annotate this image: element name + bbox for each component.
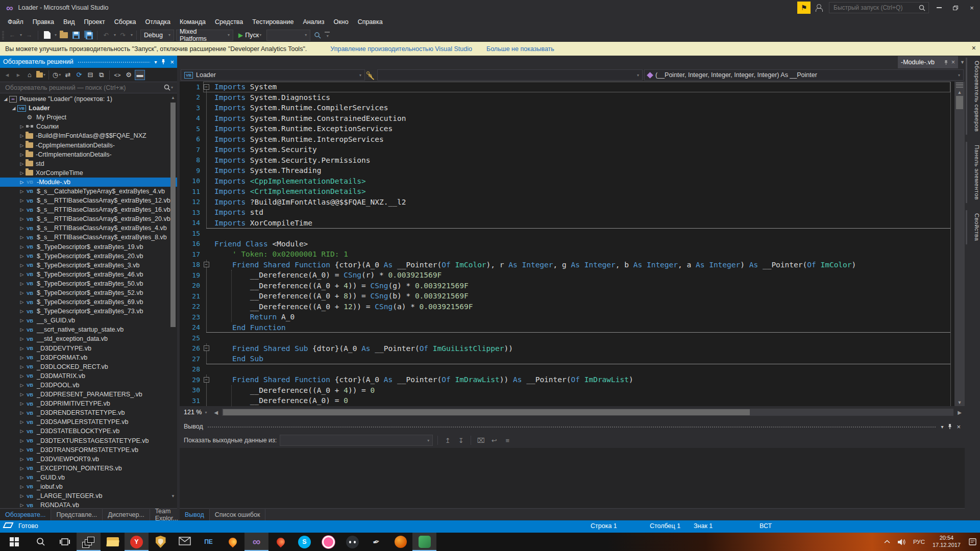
expanded-arrow-icon[interactable]: ◢ [10, 106, 17, 111]
taskbar-clock[interactable]: 20:54 17.12.2017 [928, 533, 965, 551]
tree-item[interactable]: ▷Ссылки [0, 122, 177, 131]
tree-item[interactable]: ▷VB_iobuf.vb [0, 482, 177, 491]
side-tool-tab[interactable]: Обозреватель серверов [966, 58, 980, 135]
scroll-down-icon[interactable]: ▼ [958, 399, 962, 406]
quick-launch-box[interactable] [829, 2, 929, 13]
collapsed-arrow-icon[interactable]: ▷ [18, 401, 26, 406]
tree-item[interactable]: ▷std [0, 159, 177, 168]
menu-item[interactable]: Справка [353, 16, 387, 28]
goto-next-message-icon[interactable]: ↧ [456, 435, 466, 445]
show-all-files-icon[interactable]: ⧉ [96, 70, 107, 80]
code-line[interactable]: 5Imports System.Runtime.ExceptionService… [180, 123, 965, 134]
word-wrap-icon[interactable]: ↩ [489, 435, 499, 445]
open-file-icon[interactable] [59, 30, 69, 41]
skype-taskbar-icon[interactable]: S [292, 533, 316, 551]
osu-taskbar-icon[interactable] [316, 533, 340, 551]
tree-item[interactable]: ▷VB$_TypeDescriptor$_extraBytes_19.vb [0, 242, 177, 252]
collapsed-arrow-icon[interactable]: ▷ [18, 429, 26, 434]
collapsed-arrow-icon[interactable]: ▷ [18, 309, 26, 314]
action-center-button[interactable] [965, 533, 980, 551]
view-code-icon[interactable]: <> [112, 70, 122, 80]
scroll-right-icon[interactable]: ▶ [955, 410, 964, 415]
tree-item[interactable]: ▷VB_D3DRENDERSTATETYPE.vb [0, 408, 177, 417]
document-tab[interactable]: -Module-.vb × [898, 56, 958, 68]
tree-item[interactable]: ▷-CrtImplementationDetails- [0, 150, 177, 159]
window-position-icon[interactable]: ▾ [941, 424, 943, 430]
code-line[interactable]: 20 __Dereference((A_0 + 4)) = CSng(g) * … [180, 281, 965, 291]
collapsed-arrow-icon[interactable]: ▷ [18, 419, 26, 424]
menu-item[interactable]: Сборка [110, 16, 141, 28]
tree-item[interactable]: ▷VB_GUID.vb [0, 473, 177, 482]
menu-item[interactable]: Проект [80, 16, 110, 28]
switch-views-icon[interactable]: ▾ [36, 70, 46, 80]
tree-item[interactable]: ▷VB_D3DFORMAT.vb [0, 353, 177, 362]
toolbar-grip[interactable] [2, 31, 4, 39]
stacked-windows-app-taskbar-icon[interactable] [77, 533, 101, 551]
tree-item[interactable]: ▷VB$_TypeDescriptor$_extraBytes_69.vb [0, 297, 177, 307]
back-icon[interactable]: ◂ [2, 70, 12, 80]
code-line[interactable]: 7Imports System.Security [180, 144, 965, 155]
code-line[interactable]: 15 [180, 228, 965, 239]
collapsed-arrow-icon[interactable]: ▷ [18, 503, 26, 508]
tree-item[interactable]: ▷VB$_TypeDescriptor$_extraBytes_52.vb [0, 288, 177, 297]
tree-item[interactable]: ▷VB_D3DDEVTYPE.vb [0, 344, 177, 353]
save-all-icon[interactable] [83, 30, 93, 41]
menu-item[interactable]: Файл [3, 16, 28, 28]
tree-item[interactable]: ▷VB$_TypeDescriptor$_extraBytes_73.vb [0, 307, 177, 316]
tree-item[interactable]: ▷VB_D3DMATRIX.vb [0, 371, 177, 381]
code-line[interactable]: 31 __Dereference(A_0) = 0 [180, 395, 965, 406]
collapsed-arrow-icon[interactable]: ▷ [18, 235, 26, 240]
fox-app-taskbar-icon[interactable] [388, 533, 412, 551]
code-line[interactable]: 14Imports XorCompileTime [180, 218, 965, 229]
zoom-dropdown[interactable]: 121 %▾ [181, 407, 210, 417]
collapsed-arrow-icon[interactable]: ▷ [18, 457, 26, 462]
code-line[interactable]: 30 __Dereference((A_0 + 4)) = 0 [180, 385, 965, 396]
collapsed-arrow-icon[interactable]: ▷ [18, 373, 26, 379]
tree-item[interactable]: ▷VB_D3DPRESENT_PARAMETERS_.vb [0, 390, 177, 399]
code-line[interactable]: 27 End Sub [180, 354, 965, 364]
tree-item[interactable]: ▷VB$_s__RTTIBaseClassArray$_extraBytes_8… [0, 233, 177, 242]
collapsed-arrow-icon[interactable]: ▷ [18, 493, 26, 498]
feedback-icon[interactable] [815, 3, 825, 13]
green-app-taskbar-icon[interactable] [412, 533, 436, 551]
file-explorer-taskbar-icon[interactable] [101, 533, 125, 551]
collapsed-arrow-icon[interactable]: ▷ [18, 355, 26, 360]
solution-explorer-search[interactable]: ▾ [0, 82, 177, 93]
start-button[interactable] [0, 533, 29, 551]
collapsed-arrow-icon[interactable]: ▷ [18, 290, 26, 295]
new-file-icon[interactable] [42, 30, 52, 41]
editor-vertical-scrollbar[interactable]: ▲ ▼ [954, 82, 965, 406]
add-to-source-icon[interactable]: ≡ [502, 435, 512, 445]
tree-item[interactable]: ▷VB_D3DSAMPLERSTATETYPE.vb [0, 417, 177, 427]
tool-window-tab[interactable]: Список ошибок [210, 509, 266, 520]
sync-with-active-document-icon[interactable]: ⇄ [63, 70, 73, 80]
fold-toggle-icon[interactable]: − [204, 377, 209, 383]
output-source-dropdown[interactable]: ▾ [280, 435, 433, 446]
collapsed-arrow-icon[interactable]: ▷ [18, 383, 26, 388]
scroll-left-icon[interactable]: ◀ [212, 410, 220, 415]
code-line[interactable]: 1−Imports System [180, 82, 965, 92]
code-line[interactable]: 16Friend Class <Module> [180, 239, 965, 249]
flame-app-taskbar-icon[interactable] [268, 533, 292, 551]
collapsed-arrow-icon[interactable]: ▷ [18, 447, 26, 453]
editor-horizontal-scrollbar[interactable] [222, 409, 953, 416]
menu-item[interactable]: Средства [210, 16, 248, 28]
code-line[interactable]: 23 Return A_0 [180, 312, 965, 322]
project-dropdown[interactable]: VB Loader ▾ [181, 69, 365, 81]
menu-item[interactable]: Правка [28, 16, 59, 28]
code-line[interactable]: 19 __Dereference(A_0) = CSng(r) * 0.0039… [180, 270, 965, 281]
tree-item[interactable]: ▷VB_RGNDATA.vb [0, 500, 177, 508]
code-line[interactable]: 11Imports <CrtImplementationDetails> [180, 186, 965, 197]
shield-app-taskbar-icon[interactable] [149, 533, 173, 551]
collapsed-arrow-icon[interactable]: ▷ [18, 281, 26, 286]
collapsed-arrow-icon[interactable]: ▷ [18, 466, 26, 471]
type-dropdown[interactable]: ▾ [377, 69, 643, 81]
navigate-back-icon[interactable]: ← [7, 30, 17, 41]
tree-item[interactable]: ▷-Build@ImFontAtlas@@$$FQAE_NXZ [0, 131, 177, 140]
navigate-forward-icon[interactable]: → [24, 30, 34, 41]
collapsed-arrow-icon[interactable]: ▷ [18, 438, 26, 443]
close-icon[interactable]: × [951, 59, 955, 66]
pe-app-taskbar-icon[interactable]: ПЕ [197, 533, 220, 551]
quick-launch-input[interactable] [832, 4, 919, 12]
home-icon[interactable]: ⌂ [24, 70, 35, 80]
